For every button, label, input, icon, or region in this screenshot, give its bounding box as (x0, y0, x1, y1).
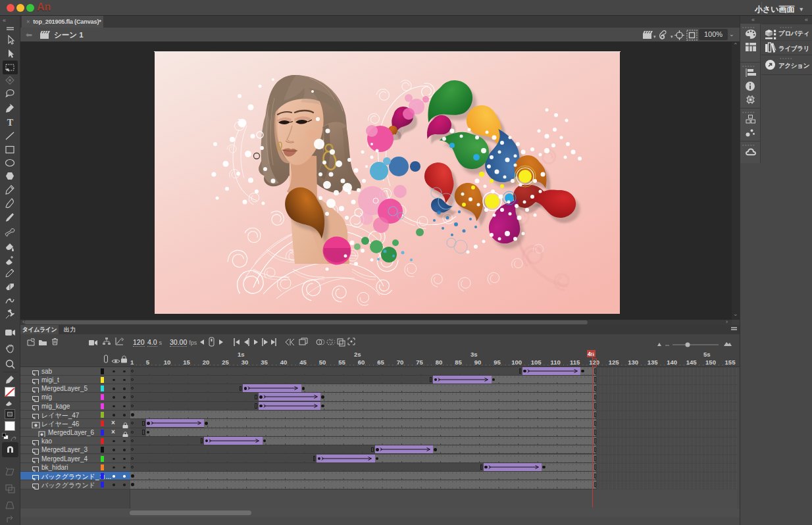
svg-text:T: T (7, 118, 14, 128)
